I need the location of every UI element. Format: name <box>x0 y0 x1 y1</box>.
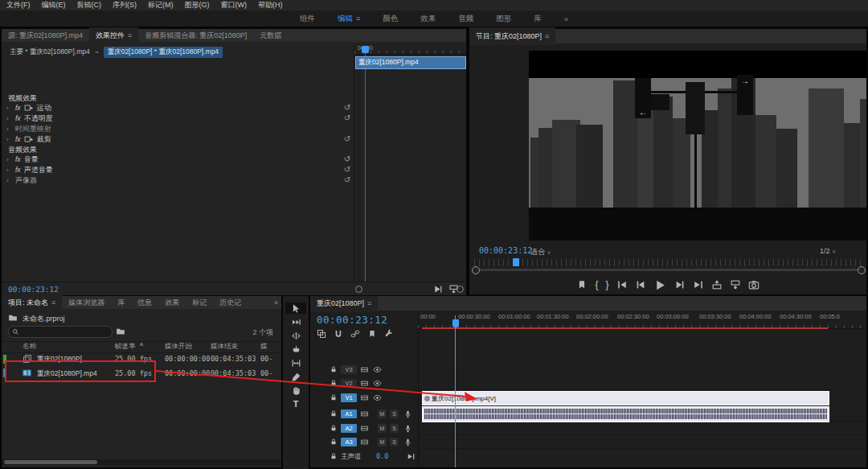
track-target-v3[interactable]: V3 <box>341 365 357 374</box>
menu-window[interactable]: 窗口(W) <box>221 0 248 10</box>
tab-project[interactable]: 项目: 未命名 ≡ <box>2 294 62 311</box>
mic-voiceover-icon[interactable] <box>403 438 412 446</box>
mute-button[interactable]: M <box>378 438 387 446</box>
menu-file[interactable]: 文件(F) <box>6 0 31 10</box>
effect-row-opacity[interactable]: › fx 不透明度 <box>6 113 53 123</box>
fx-badge-icon[interactable]: fx <box>15 114 21 122</box>
track-target-v1[interactable]: V1 <box>341 393 357 402</box>
eye-toggle-icon[interactable] <box>373 379 382 388</box>
fx-badge-icon[interactable]: fx <box>15 166 21 174</box>
sync-lock-icon[interactable] <box>360 409 369 418</box>
zoombar-handle-right[interactable] <box>858 266 866 274</box>
go-to-in-icon[interactable] <box>616 279 628 290</box>
sync-lock-icon[interactable] <box>360 424 369 433</box>
timeline-menu-icon[interactable]: ≡ <box>367 299 371 307</box>
mute-button[interactable]: M <box>378 409 387 418</box>
go-to-end-icon[interactable] <box>407 452 416 461</box>
reset-panner-icon[interactable]: ↺ <box>342 175 352 184</box>
lift-icon[interactable] <box>711 279 723 290</box>
lock-icon[interactable] <box>330 409 338 418</box>
fx-badge-icon[interactable]: fx <box>15 104 21 112</box>
column-media-start[interactable]: 媒体开始 <box>165 342 192 352</box>
menu-clip[interactable]: 剪辑(C) <box>77 0 102 10</box>
project-menu-icon[interactable]: ≡ <box>51 298 55 306</box>
lock-icon[interactable] <box>330 452 338 460</box>
tab-metadata[interactable]: 元数据 <box>253 27 288 43</box>
tab-libraries[interactable]: 库 <box>111 294 131 311</box>
mini-playhead-head[interactable] <box>362 46 369 53</box>
track-target-a3[interactable]: A3 <box>341 438 357 446</box>
chevron-right-icon[interactable]: › <box>6 105 12 112</box>
fit-dropdown[interactable]: 适合 ∨ <box>530 247 551 257</box>
effect-row-channel-volume[interactable]: › fx 声道音量 <box>6 165 53 175</box>
effect-row-panner[interactable]: › 声像器 <box>6 175 37 185</box>
reset-crop-icon[interactable]: ↺ <box>342 134 352 143</box>
sync-lock-icon[interactable] <box>360 379 369 388</box>
chevron-right-icon[interactable]: › <box>6 167 12 174</box>
mark-in-icon[interactable]: { <box>595 279 598 290</box>
chevron-right-icon[interactable]: › <box>6 115 12 122</box>
hand-tool[interactable] <box>285 385 306 396</box>
mini-zoom-handle-left[interactable] <box>355 286 362 293</box>
label-color-chip[interactable] <box>3 355 6 364</box>
menu-markers[interactable]: 标记(M) <box>148 0 174 10</box>
fx-badge-icon[interactable]: fx <box>15 135 21 143</box>
tab-effect-controls[interactable]: 效果控件 ≡ <box>89 27 138 43</box>
lock-icon[interactable] <box>330 393 338 401</box>
add-marker-icon[interactable] <box>367 329 377 339</box>
search-box[interactable] <box>8 326 113 338</box>
workspace-tab-color[interactable]: 颜色 <box>383 14 398 24</box>
chevron-right-icon[interactable]: › <box>6 125 12 133</box>
menu-graphics[interactable]: 图形(G) <box>185 0 210 10</box>
step-forward-icon[interactable] <box>674 279 686 290</box>
go-to-out-icon[interactable] <box>693 279 704 290</box>
lock-icon[interactable] <box>330 365 338 373</box>
column-framerate[interactable]: 帧速率 <box>115 342 136 352</box>
type-tool[interactable]: T <box>285 398 306 409</box>
timeline-playhead-head[interactable] <box>452 319 459 327</box>
snap-magnet-icon[interactable] <box>334 329 343 339</box>
master-level-value[interactable]: 0.0 <box>376 452 388 460</box>
lock-icon[interactable] <box>330 438 338 446</box>
workspace-tab-assembly[interactable]: 组件 <box>300 14 315 24</box>
tab-info[interactable]: 信息 <box>131 294 158 311</box>
program-playhead[interactable] <box>513 258 519 266</box>
workspace-editing-menu-icon[interactable]: ≡ <box>356 14 360 23</box>
tab-audio-clip-mixer[interactable]: 音频剪辑混合器: 重庆02[1080P] <box>138 27 253 43</box>
effect-row-crop[interactable]: › fx 裁剪 <box>6 134 51 144</box>
effect-row-volume[interactable]: › fx 音量 <box>6 154 39 164</box>
effect-row-motion[interactable]: › fx 运动 <box>6 103 51 113</box>
workspace-tab-audio[interactable]: 音频 <box>458 14 473 24</box>
chevron-right-icon[interactable]: › <box>6 156 12 163</box>
sync-lock-icon[interactable] <box>360 438 369 446</box>
lock-icon[interactable] <box>330 424 338 432</box>
effect-controls-menu-icon[interactable]: ≡ <box>128 31 132 39</box>
timeline-playhead-line[interactable] <box>455 315 456 467</box>
effect-mini-timeline[interactable]: 00:00 重庆02[1080P].mp4 <box>354 43 466 282</box>
resolution-dropdown[interactable]: 1/2 ∨ <box>820 247 836 255</box>
track-target-v2[interactable]: V2 <box>341 379 357 388</box>
new-bin-folder-icon[interactable] <box>116 327 125 336</box>
tab-timeline-sequence[interactable]: 重庆02[1080P] ≡ <box>310 296 378 312</box>
extract-icon[interactable] <box>730 279 741 290</box>
reset-channel-volume-icon[interactable]: ↺ <box>342 165 352 174</box>
menu-sequence[interactable]: 序列(S) <box>113 0 137 10</box>
menu-help[interactable]: 帮助(H) <box>258 0 283 10</box>
step-back-icon[interactable] <box>635 279 646 290</box>
table-row-clip[interactable]: 重庆02[1080P].mp4 25.00 fps 00:00:00:00 00… <box>2 366 281 381</box>
play-icon[interactable] <box>653 278 667 292</box>
tab-source-monitor[interactable]: 源: 重庆02[1080P].mp4 <box>2 27 89 43</box>
mini-ruler[interactable]: 00:00 <box>354 43 466 55</box>
pen-tool[interactable] <box>285 371 306 382</box>
workspace-tab-libraries[interactable]: 库 <box>534 14 542 24</box>
mini-playhead-line[interactable] <box>365 47 366 282</box>
selection-tool[interactable] <box>285 302 306 314</box>
timeline-timecode[interactable]: 00:00:23:12 <box>317 314 387 326</box>
sort-asc-icon[interactable]: ^ <box>140 342 143 350</box>
eye-toggle-icon[interactable] <box>373 393 382 402</box>
mic-voiceover-icon[interactable] <box>403 424 412 433</box>
reset-motion-icon[interactable]: ↺ <box>342 103 352 112</box>
workspace-overflow-icon[interactable]: » <box>564 14 568 23</box>
track-target-a2[interactable]: A2 <box>341 424 357 433</box>
timeline-audio-clip[interactable] <box>422 406 829 422</box>
